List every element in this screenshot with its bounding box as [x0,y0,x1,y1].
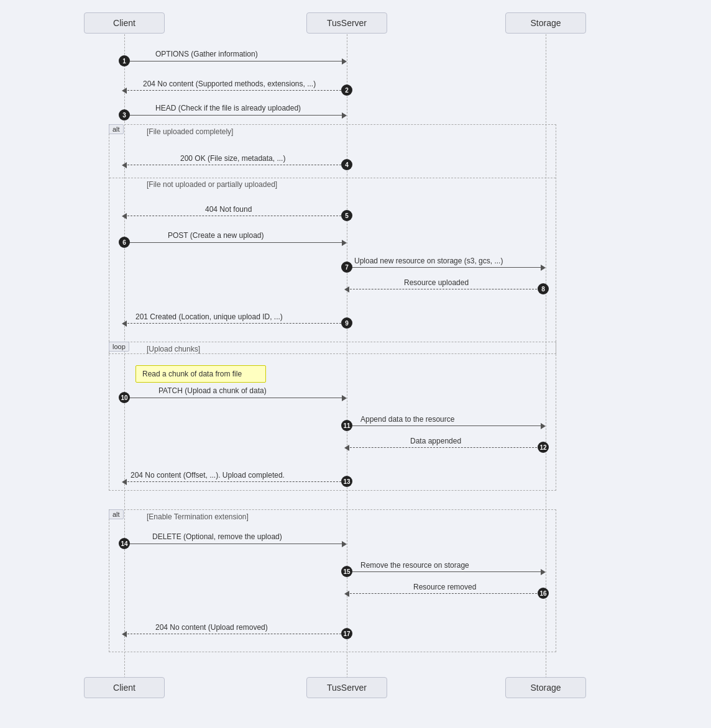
step12-circle: 12 [538,442,549,453]
fragment-alt2-condition: [Enable Termination extension] [147,512,249,521]
step9-circle: 9 [341,317,352,329]
step8-circle: 8 [538,283,549,294]
msg10-label: PATCH (Upload a chunk of data) [158,386,267,395]
msg2-label: 204 No content (Supported methods, exten… [143,80,316,88]
step1-circle: 1 [119,55,130,66]
step7-circle: 7 [341,262,352,273]
msg7-label: Upload new resource on storage (s3, gcs,… [354,257,503,265]
fragment-alt1-label: alt [109,124,124,134]
step6-circle: 6 [119,237,130,248]
step14-circle: 14 [119,538,130,549]
msg16-label: Resource removed [413,583,476,591]
step13-circle: 13 [341,476,352,487]
msg14-label: DELETE (Optional, remove the upload) [152,532,282,541]
note-read-chunk: Read a chunk of data from file [135,365,266,383]
participant-client-top: Client [84,12,165,34]
fragment-loop: loop [Upload chunks] [109,342,556,491]
step15-circle: 15 [341,566,352,577]
msg3-label: HEAD (Check if the file is already uploa… [155,104,301,112]
participant-storage-top: Storage [505,12,586,34]
msg5-label: 404 Not found [205,205,252,214]
msg12-label: Data appended [410,437,461,445]
participant-tusserver-bottom: TusServer [306,677,387,698]
fragment-alt1-condition2: [File not uploaded or partially uploaded… [147,180,277,189]
msg1-line [124,61,711,61]
fragment-loop-condition: [Upload chunks] [147,345,200,353]
fragment-alt2-label: alt [109,509,124,519]
step16-circle: 16 [538,588,549,599]
msg11-label: Append data to the resource [360,415,454,424]
step11-circle: 11 [341,420,352,431]
fragment-alt1-divider [109,178,556,178]
fragment-alt1-condition1: [File uploaded completely] [147,127,233,136]
fragment-loop-label: loop [109,342,129,352]
msg15-label: Remove the resource on storage [360,561,469,570]
participant-client-bottom: Client [84,677,165,698]
step10-circle: 10 [119,392,130,403]
msg8-label: Resource uploaded [404,278,469,287]
step5-circle: 5 [341,210,352,221]
sequence-diagram: Client TusServer Storage alt [File uploa… [0,0,711,728]
msg6-label: POST (Create a new upload) [168,231,264,240]
step3-circle: 3 [119,109,130,121]
step2-circle: 2 [341,84,352,96]
participant-tusserver-top: TusServer [306,12,387,34]
msg9-label: 201 Created (Location, unique upload ID,… [135,312,283,321]
msg4-label: 200 OK (File size, metadata, ...) [180,154,285,163]
step4-circle: 4 [341,159,352,170]
msg13-label: 204 No content (Offset, ...). Upload com… [131,471,285,480]
step17-circle: 17 [341,628,352,639]
msg17-label: 204 No content (Upload removed) [155,623,268,632]
participant-storage-bottom: Storage [505,677,586,698]
msg1-label: OPTIONS (Gather information) [155,50,258,58]
